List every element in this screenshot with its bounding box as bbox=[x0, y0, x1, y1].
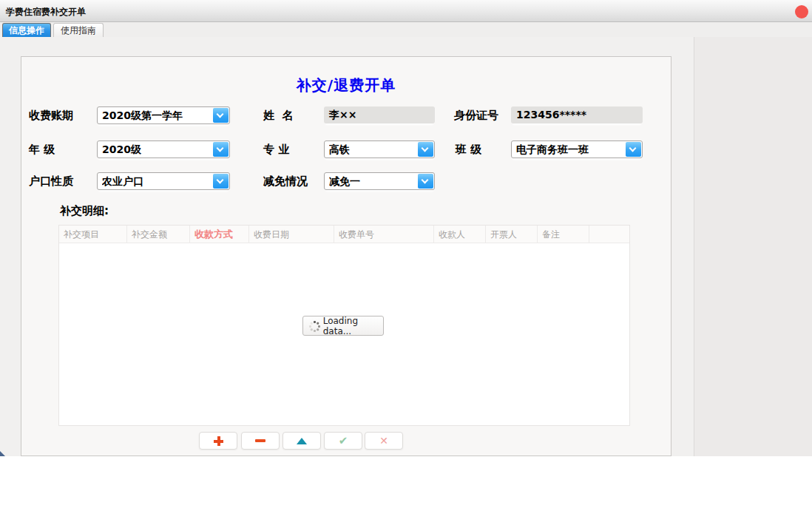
chevron-down-icon bbox=[422, 177, 429, 184]
details-table-header: 补交项目 补交金额 收款方式 收费日期 收费单号 收款人 开票人 备注 bbox=[59, 226, 629, 243]
grade-value: 2020级 bbox=[102, 141, 212, 158]
loading-text: Loading data... bbox=[323, 316, 383, 336]
reduction-select[interactable]: 减免一 bbox=[324, 172, 435, 190]
household-type-label: 户口性质 bbox=[29, 172, 73, 191]
check-icon: ✔ bbox=[339, 436, 348, 447]
details-section-label: 补交明细: bbox=[60, 204, 109, 218]
billing-period-value: 2020级第一学年 bbox=[102, 107, 212, 123]
form-title: 补交/退费开单 bbox=[21, 75, 671, 95]
loading-indicator: Loading data... bbox=[302, 316, 384, 336]
column-header[interactable]: 开票人 bbox=[486, 226, 538, 243]
household-type-value: 农业户口 bbox=[102, 173, 212, 189]
add-row-button[interactable] bbox=[199, 432, 237, 450]
close-button[interactable] bbox=[795, 5, 808, 18]
major-dropdown-button[interactable] bbox=[418, 142, 433, 157]
chevron-down-icon bbox=[629, 145, 637, 152]
column-header[interactable] bbox=[589, 226, 629, 243]
billing-period-label: 收费账期 bbox=[29, 106, 73, 125]
class-value: 电子商务班一班 bbox=[516, 141, 624, 158]
id-number-field[interactable]: 123456***** bbox=[511, 106, 643, 123]
tab-user-guide[interactable]: 使用指南 bbox=[53, 23, 104, 37]
column-header-highlighted[interactable]: 收款方式 bbox=[190, 226, 249, 243]
spinner-icon bbox=[309, 321, 319, 331]
chevron-down-icon bbox=[217, 177, 224, 184]
grade-select[interactable]: 2020级 bbox=[97, 140, 230, 158]
major-select[interactable]: 高铁 bbox=[324, 140, 435, 158]
billing-period-dropdown-button[interactable] bbox=[213, 108, 229, 123]
column-header[interactable]: 收费日期 bbox=[249, 226, 334, 243]
name-field[interactable]: 李×× bbox=[324, 106, 435, 123]
reduction-value: 减免一 bbox=[329, 173, 416, 189]
column-header[interactable]: 备注 bbox=[538, 226, 589, 243]
tab-info-operations[interactable]: 信息操作 bbox=[2, 23, 51, 37]
window-title: 学费住宿费补交开单 bbox=[6, 6, 86, 18]
app-window: 学费住宿费补交开单 信息操作 使用指南 补交/退费开单 收费账期 2020级第一… bbox=[0, 0, 812, 508]
grade-dropdown-button[interactable] bbox=[213, 142, 229, 157]
right-background-zone bbox=[694, 37, 812, 456]
household-type-dropdown-button[interactable] bbox=[213, 174, 229, 189]
class-select[interactable]: 电子商务班一班 bbox=[511, 140, 643, 158]
chevron-down-icon bbox=[217, 145, 224, 152]
id-number-label: 身份证号 bbox=[454, 106, 498, 125]
name-label: 姓 名 bbox=[263, 106, 293, 125]
tab-content: 补交/退费开单 收费账期 2020级第一学年 姓 名 李×× 身份证号 1234… bbox=[0, 37, 812, 456]
window-titlebar: 学费住宿费补交开单 bbox=[0, 0, 812, 22]
major-label: 专 业 bbox=[263, 140, 289, 159]
x-icon: ✕ bbox=[379, 436, 388, 446]
confirm-button[interactable]: ✔ bbox=[324, 432, 362, 450]
chevron-down-icon bbox=[422, 145, 429, 152]
column-header[interactable]: 补交项目 bbox=[59, 226, 127, 243]
triangle-up-icon bbox=[297, 438, 307, 444]
reduction-label: 减免情况 bbox=[263, 172, 308, 191]
household-type-select[interactable]: 农业户口 bbox=[97, 172, 230, 190]
resize-grip[interactable] bbox=[0, 451, 5, 456]
cancel-button[interactable]: ✕ bbox=[365, 432, 403, 450]
billing-period-select[interactable]: 2020级第一学年 bbox=[97, 106, 230, 124]
major-value: 高铁 bbox=[329, 141, 416, 158]
reduction-dropdown-button[interactable] bbox=[418, 174, 433, 189]
grade-label: 年 级 bbox=[29, 140, 55, 159]
class-dropdown-button[interactable] bbox=[626, 142, 641, 157]
chevron-down-icon bbox=[217, 111, 224, 118]
form-panel: 补交/退费开单 收费账期 2020级第一学年 姓 名 李×× 身份证号 1234… bbox=[21, 56, 671, 456]
tab-bar: 信息操作 使用指南 bbox=[0, 22, 812, 37]
move-up-button[interactable] bbox=[282, 432, 321, 450]
column-header[interactable]: 补交金额 bbox=[127, 226, 190, 243]
column-header[interactable]: 收款人 bbox=[434, 226, 486, 243]
class-label: 班 级 bbox=[456, 140, 481, 159]
minus-icon bbox=[255, 439, 265, 442]
plus-icon bbox=[214, 436, 223, 446]
remove-row-button[interactable] bbox=[241, 432, 280, 450]
column-header[interactable]: 收费单号 bbox=[334, 226, 434, 243]
